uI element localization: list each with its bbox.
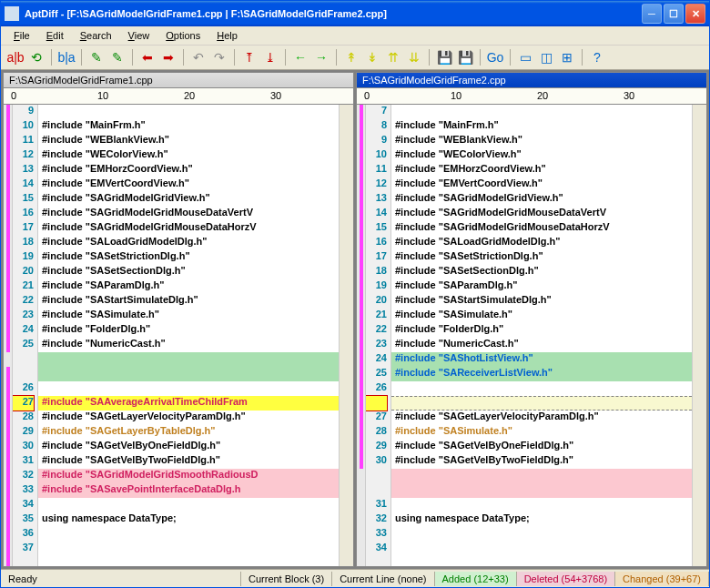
code-line[interactable]: #include "SAGridModelGridMouseDataHorzV xyxy=(391,221,692,236)
code-line[interactable]: #include "EMHorzCoordView.h" xyxy=(38,163,339,177)
tb-view1-icon[interactable]: ▭ xyxy=(516,48,534,66)
tb-view2-icon[interactable]: ◫ xyxy=(537,48,555,66)
code-line[interactable]: #include "SASetSectionDlg.h" xyxy=(38,265,339,279)
left-scrollbar[interactable] xyxy=(339,105,353,566)
tb-edit2-icon[interactable]: ✎ xyxy=(108,48,127,66)
code-line[interactable]: #include "EMVertCoordView.h" xyxy=(38,177,339,192)
code-line[interactable]: #include "SALoadGridModelDlg.h" xyxy=(391,236,692,250)
tb-swap-icon[interactable]: b|a xyxy=(57,48,76,66)
code-line[interactable]: #include "SASetStrictionDlg.h" xyxy=(38,250,339,265)
code-line[interactable]: #include "SAParamDlg.h" xyxy=(38,279,339,294)
tb-merge-right-icon[interactable]: ➡ xyxy=(159,48,178,66)
tb-saveall-icon[interactable]: 💾 xyxy=(456,48,474,66)
code-line[interactable] xyxy=(391,498,692,512)
code-line[interactable] xyxy=(38,367,339,381)
code-line[interactable]: #include "MainFrm.h" xyxy=(38,119,339,134)
code-line[interactable]: #include "WEBlankView.h" xyxy=(38,134,339,148)
menu-help[interactable]: Help xyxy=(209,28,245,43)
code-line[interactable]: #include "SAParamDlg.h" xyxy=(391,279,692,294)
code-line[interactable] xyxy=(391,105,692,119)
code-line[interactable]: #include "EMVertCoordView.h" xyxy=(391,177,692,192)
code-line[interactable]: #include "SAStartSimulateDlg.h" xyxy=(391,294,692,309)
code-line[interactable]: #include "SASimulate.h" xyxy=(391,425,692,440)
code-line[interactable]: #include "NumericCast.h" xyxy=(38,338,339,352)
tb-down2-icon[interactable]: ⇊ xyxy=(405,48,423,66)
tb-goto-icon[interactable]: Go xyxy=(486,48,504,66)
code-line[interactable]: #include "SAAverageArrivalTimeChildFram xyxy=(38,396,339,411)
menu-view[interactable]: View xyxy=(121,28,157,43)
tb-last-diff-icon[interactable]: ⤓ xyxy=(261,48,279,66)
tb-view3-icon[interactable]: ⊞ xyxy=(558,48,576,66)
code-line[interactable] xyxy=(38,352,339,367)
code-line[interactable]: using namespace DataType; xyxy=(391,512,692,527)
code-line[interactable]: #include "SAStartSimulateDlg.h" xyxy=(38,294,339,309)
code-line[interactable]: #include "EMHorzCoordView.h" xyxy=(391,163,692,177)
menu-search[interactable]: Search xyxy=(73,28,119,43)
code-line[interactable] xyxy=(38,105,339,119)
code-line[interactable] xyxy=(391,469,692,483)
code-line[interactable]: #include "SAGetVelByTwoFieldDlg.h" xyxy=(391,454,692,469)
tb-up2-icon[interactable]: ⇈ xyxy=(384,48,402,66)
code-line[interactable]: #include "SAGetVelByTwoFieldDlg.h" xyxy=(38,454,339,469)
code-line[interactable]: #include "SAReceiverListView.h" xyxy=(391,367,692,381)
code-line[interactable]: #include "SAGridModelGridView.h" xyxy=(38,192,339,207)
tb-down1-icon[interactable]: ↡ xyxy=(363,48,381,66)
code-line[interactable]: #include "SASavePointInterfaceDataDlg.h xyxy=(38,483,339,498)
left-lines[interactable]: #include "MainFrm.h"#include "WEBlankVie… xyxy=(38,105,339,566)
tb-merge-left-icon[interactable]: ⬅ xyxy=(138,48,157,66)
maximize-button[interactable]: ☐ xyxy=(664,4,684,24)
minimize-button[interactable]: ─ xyxy=(642,4,662,24)
code-line[interactable]: #include "NumericCast.h" xyxy=(391,338,692,352)
code-line[interactable] xyxy=(38,527,339,542)
tb-undo-icon[interactable]: ↶ xyxy=(189,48,208,66)
code-line[interactable] xyxy=(38,381,339,396)
tb-edit1-icon[interactable]: ✎ xyxy=(87,48,106,66)
code-line[interactable]: #include "FolderDlg.h" xyxy=(38,323,339,338)
code-line[interactable]: #include "WEColorView.h" xyxy=(38,148,339,163)
code-line[interactable] xyxy=(391,542,692,556)
tb-first-diff-icon[interactable]: ⤒ xyxy=(240,48,259,66)
code-line[interactable] xyxy=(391,483,692,498)
code-line[interactable] xyxy=(38,542,339,556)
tb-save-icon[interactable]: 💾 xyxy=(435,48,453,66)
code-line[interactable]: #include "WEColorView.h" xyxy=(391,148,692,163)
right-lines[interactable]: #include "MainFrm.h"#include "WEBlankVie… xyxy=(391,105,692,566)
code-line[interactable] xyxy=(38,498,339,512)
code-line[interactable]: using namespace DataType; xyxy=(38,512,339,527)
code-line[interactable]: #include "SAGridModelGridSmoothRadiousD xyxy=(38,469,339,483)
code-line[interactable]: #include "SAGetLayerByTableDlg.h" xyxy=(38,425,339,440)
code-line[interactable]: #include "SALoadGridModelDlg.h" xyxy=(38,236,339,250)
menu-file[interactable]: File xyxy=(6,28,37,43)
code-line[interactable]: #include "WEBlankView.h" xyxy=(391,134,692,148)
tb-up1-icon[interactable]: ↟ xyxy=(342,48,360,66)
code-line[interactable]: #include "SASetStrictionDlg.h" xyxy=(391,250,692,265)
code-line[interactable]: #include "SASetSectionDlg.h" xyxy=(391,265,692,279)
code-line[interactable]: #include "FolderDlg.h" xyxy=(391,323,692,338)
code-line[interactable] xyxy=(391,381,692,396)
code-line[interactable]: #include "SAGetLayerVelocityParamDlg.h" xyxy=(38,411,339,425)
code-line[interactable]: ▶ xyxy=(391,396,692,411)
code-line[interactable]: #include "SAGetLayerVelocityParamDlg.h" xyxy=(391,411,692,425)
code-line[interactable] xyxy=(391,527,692,542)
left-code[interactable]: 9101112131415161718192021222324252627282… xyxy=(4,105,353,566)
code-line[interactable]: #include "MainFrm.h" xyxy=(391,119,692,134)
code-line[interactable]: #include "SASimulate.h" xyxy=(391,309,692,323)
code-line[interactable]: #include "SASimulate.h" xyxy=(38,309,339,323)
close-button[interactable]: ✕ xyxy=(685,4,705,24)
tb-redo-icon[interactable]: ↷ xyxy=(210,48,228,66)
menu-edit[interactable]: Edit xyxy=(39,28,71,43)
code-line[interactable]: #include "SAGetVelByOneFieldDlg.h" xyxy=(38,440,339,454)
menu-options[interactable]: Options xyxy=(158,28,208,43)
code-line[interactable]: #include "SAGridModelGridMouseDataHorzV xyxy=(38,221,339,236)
code-line[interactable]: #include "SAGridModelGridView.h" xyxy=(391,192,692,207)
tb-prev-icon[interactable]: ← xyxy=(291,48,309,66)
right-scrollbar[interactable] xyxy=(692,105,706,566)
titlebar[interactable]: AptDiff - [F:\SAGridModelGridFrame1.cpp … xyxy=(1,1,709,26)
tb-help-icon[interactable]: ? xyxy=(588,48,606,66)
tb-refresh-icon[interactable]: ⟲ xyxy=(27,48,46,66)
code-line[interactable]: #include "SAGetVelByOneFieldDlg.h" xyxy=(391,440,692,454)
right-code[interactable]: 7891011121314151617181920212223242526272… xyxy=(357,105,706,566)
tb-compare-icon[interactable]: a|b xyxy=(6,48,25,66)
code-line[interactable]: #include "SAGridModelGridMouseDataVertV xyxy=(391,207,692,221)
code-line[interactable]: #include "SAGridModelGridMouseDataVertV xyxy=(38,207,339,221)
